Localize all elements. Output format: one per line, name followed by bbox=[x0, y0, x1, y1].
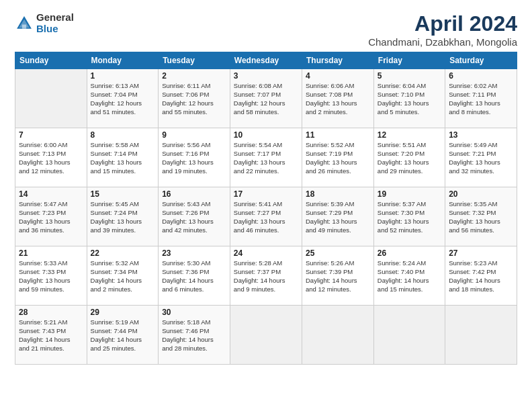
calendar-cell: 15Sunrise: 5:45 AMSunset: 7:24 PMDayligh… bbox=[87, 187, 159, 246]
calendar-cell: 21Sunrise: 5:33 AMSunset: 7:33 PMDayligh… bbox=[15, 246, 87, 306]
day-info: Sunrise: 6:08 AMSunset: 7:07 PMDaylight:… bbox=[234, 82, 298, 116]
calendar-cell: 11Sunrise: 5:52 AMSunset: 7:19 PMDayligh… bbox=[302, 128, 374, 187]
day-number: 28 bbox=[19, 308, 83, 317]
day-number: 27 bbox=[449, 248, 513, 258]
weekday-thursday: Thursday bbox=[302, 52, 374, 69]
day-info: Sunrise: 6:02 AMSunset: 7:11 PMDaylight:… bbox=[449, 82, 513, 116]
day-info: Sunrise: 5:37 AMSunset: 7:30 PMDaylight:… bbox=[378, 200, 441, 234]
day-info: Sunrise: 5:21 AMSunset: 7:43 PMDaylight:… bbox=[19, 318, 83, 353]
calendar-cell: 10Sunrise: 5:54 AMSunset: 7:17 PMDayligh… bbox=[230, 128, 302, 187]
day-number: 4 bbox=[306, 71, 370, 81]
calendar-cell: 14Sunrise: 5:47 AMSunset: 7:23 PMDayligh… bbox=[15, 187, 87, 246]
calendar-cell bbox=[15, 69, 87, 128]
day-number: 16 bbox=[162, 189, 226, 199]
day-info: Sunrise: 5:28 AMSunset: 7:37 PMDaylight:… bbox=[234, 259, 298, 293]
calendar-subtitle: Chandmani, Dzabkhan, Mongolia bbox=[368, 36, 517, 48]
page: General Blue April 2024 Chandmani, Dzabk… bbox=[0, 0, 532, 411]
calendar-cell bbox=[373, 306, 445, 365]
day-number: 19 bbox=[378, 189, 441, 199]
calendar-cell: 18Sunrise: 5:39 AMSunset: 7:29 PMDayligh… bbox=[302, 187, 374, 246]
day-info: Sunrise: 5:52 AMSunset: 7:19 PMDaylight:… bbox=[306, 141, 370, 175]
calendar-cell: 13Sunrise: 5:49 AMSunset: 7:21 PMDayligh… bbox=[445, 128, 517, 187]
day-number: 26 bbox=[378, 248, 441, 258]
day-info: Sunrise: 5:39 AMSunset: 7:29 PMDaylight:… bbox=[306, 200, 370, 234]
calendar-cell bbox=[445, 306, 517, 365]
day-info: Sunrise: 5:32 AMSunset: 7:34 PMDaylight:… bbox=[91, 259, 155, 293]
day-info: Sunrise: 5:41 AMSunset: 7:27 PMDaylight:… bbox=[234, 200, 298, 234]
logo-blue: Blue bbox=[36, 24, 74, 35]
day-info: Sunrise: 5:19 AMSunset: 7:44 PMDaylight:… bbox=[91, 318, 155, 353]
logo: General Blue bbox=[15, 12, 74, 34]
weekday-saturday: Saturday bbox=[445, 52, 517, 69]
calendar-cell: 4Sunrise: 6:06 AMSunset: 7:08 PMDaylight… bbox=[302, 69, 374, 128]
calendar-cell: 20Sunrise: 5:35 AMSunset: 7:32 PMDayligh… bbox=[445, 187, 517, 246]
calendar-cell: 30Sunrise: 5:18 AMSunset: 7:46 PMDayligh… bbox=[159, 306, 230, 365]
day-number: 12 bbox=[378, 130, 441, 140]
day-number: 6 bbox=[449, 71, 513, 81]
day-number: 15 bbox=[91, 189, 155, 199]
calendar-header: Sunday Monday Tuesday Wednesday Thursday… bbox=[15, 52, 517, 69]
weekday-tuesday: Tuesday bbox=[159, 52, 230, 69]
calendar-cell: 28Sunrise: 5:21 AMSunset: 7:43 PMDayligh… bbox=[15, 306, 87, 365]
day-info: Sunrise: 6:11 AMSunset: 7:06 PMDaylight:… bbox=[162, 82, 226, 116]
calendar-cell: 23Sunrise: 5:30 AMSunset: 7:36 PMDayligh… bbox=[159, 246, 230, 306]
day-number: 13 bbox=[449, 130, 513, 140]
day-info: Sunrise: 5:35 AMSunset: 7:32 PMDaylight:… bbox=[449, 200, 513, 234]
day-number: 23 bbox=[162, 248, 226, 258]
day-info: Sunrise: 6:00 AMSunset: 7:13 PMDaylight:… bbox=[19, 141, 83, 175]
calendar-cell: 19Sunrise: 5:37 AMSunset: 7:30 PMDayligh… bbox=[373, 187, 445, 246]
day-info: Sunrise: 6:04 AMSunset: 7:10 PMDaylight:… bbox=[378, 82, 441, 116]
week-row-4: 28Sunrise: 5:21 AMSunset: 7:43 PMDayligh… bbox=[15, 306, 517, 365]
calendar-cell: 22Sunrise: 5:32 AMSunset: 7:34 PMDayligh… bbox=[87, 246, 159, 306]
day-number: 22 bbox=[91, 248, 155, 258]
day-info: Sunrise: 5:18 AMSunset: 7:46 PMDaylight:… bbox=[162, 318, 226, 353]
calendar-cell: 1Sunrise: 6:13 AMSunset: 7:04 PMDaylight… bbox=[87, 69, 159, 128]
calendar-cell: 3Sunrise: 6:08 AMSunset: 7:07 PMDaylight… bbox=[230, 69, 302, 128]
header: General Blue April 2024 Chandmani, Dzabk… bbox=[15, 12, 517, 48]
day-number: 29 bbox=[91, 308, 155, 317]
day-info: Sunrise: 5:23 AMSunset: 7:42 PMDaylight:… bbox=[449, 259, 513, 293]
svg-rect-2 bbox=[22, 24, 26, 28]
calendar-body: 1Sunrise: 6:13 AMSunset: 7:04 PMDaylight… bbox=[15, 69, 517, 365]
day-info: Sunrise: 5:51 AMSunset: 7:20 PMDaylight:… bbox=[378, 141, 441, 175]
calendar-cell bbox=[302, 306, 374, 365]
weekday-row: Sunday Monday Tuesday Wednesday Thursday… bbox=[15, 52, 517, 69]
weekday-wednesday: Wednesday bbox=[230, 52, 302, 69]
calendar-cell: 6Sunrise: 6:02 AMSunset: 7:11 PMDaylight… bbox=[445, 69, 517, 128]
day-info: Sunrise: 5:58 AMSunset: 7:14 PMDaylight:… bbox=[91, 141, 155, 175]
day-number: 8 bbox=[91, 130, 155, 140]
week-row-0: 1Sunrise: 6:13 AMSunset: 7:04 PMDaylight… bbox=[15, 69, 517, 128]
day-info: Sunrise: 5:56 AMSunset: 7:16 PMDaylight:… bbox=[162, 141, 226, 175]
day-number: 21 bbox=[19, 248, 83, 258]
day-info: Sunrise: 5:43 AMSunset: 7:26 PMDaylight:… bbox=[162, 200, 226, 234]
day-number: 24 bbox=[234, 248, 298, 258]
day-info: Sunrise: 6:06 AMSunset: 7:08 PMDaylight:… bbox=[306, 82, 370, 116]
calendar-cell: 29Sunrise: 5:19 AMSunset: 7:44 PMDayligh… bbox=[87, 306, 159, 365]
day-number: 3 bbox=[234, 71, 298, 81]
title-block: April 2024 Chandmani, Dzabkhan, Mongolia bbox=[368, 12, 517, 48]
day-info: Sunrise: 5:45 AMSunset: 7:24 PMDaylight:… bbox=[91, 200, 155, 234]
calendar-cell: 9Sunrise: 5:56 AMSunset: 7:16 PMDaylight… bbox=[159, 128, 230, 187]
day-info: Sunrise: 5:54 AMSunset: 7:17 PMDaylight:… bbox=[234, 141, 298, 175]
day-info: Sunrise: 5:49 AMSunset: 7:21 PMDaylight:… bbox=[449, 141, 513, 175]
day-number: 2 bbox=[162, 71, 226, 81]
day-number: 30 bbox=[162, 308, 226, 317]
day-number: 25 bbox=[306, 248, 370, 258]
calendar-table: Sunday Monday Tuesday Wednesday Thursday… bbox=[15, 52, 517, 365]
day-number: 14 bbox=[19, 189, 83, 199]
day-info: Sunrise: 5:24 AMSunset: 7:40 PMDaylight:… bbox=[378, 259, 441, 293]
day-number: 11 bbox=[306, 130, 370, 140]
day-info: Sunrise: 6:13 AMSunset: 7:04 PMDaylight:… bbox=[91, 82, 155, 116]
calendar-cell: 25Sunrise: 5:26 AMSunset: 7:39 PMDayligh… bbox=[302, 246, 374, 306]
day-info: Sunrise: 5:30 AMSunset: 7:36 PMDaylight:… bbox=[162, 259, 226, 293]
day-info: Sunrise: 5:33 AMSunset: 7:33 PMDaylight:… bbox=[19, 259, 83, 293]
week-row-1: 7Sunrise: 6:00 AMSunset: 7:13 PMDaylight… bbox=[15, 128, 517, 187]
week-row-3: 21Sunrise: 5:33 AMSunset: 7:33 PMDayligh… bbox=[15, 246, 517, 306]
day-number: 17 bbox=[234, 189, 298, 199]
calendar-cell: 27Sunrise: 5:23 AMSunset: 7:42 PMDayligh… bbox=[445, 246, 517, 306]
day-number: 18 bbox=[306, 189, 370, 199]
weekday-friday: Friday bbox=[373, 52, 445, 69]
calendar-cell: 8Sunrise: 5:58 AMSunset: 7:14 PMDaylight… bbox=[87, 128, 159, 187]
day-number: 7 bbox=[19, 130, 83, 140]
day-info: Sunrise: 5:47 AMSunset: 7:23 PMDaylight:… bbox=[19, 200, 83, 234]
